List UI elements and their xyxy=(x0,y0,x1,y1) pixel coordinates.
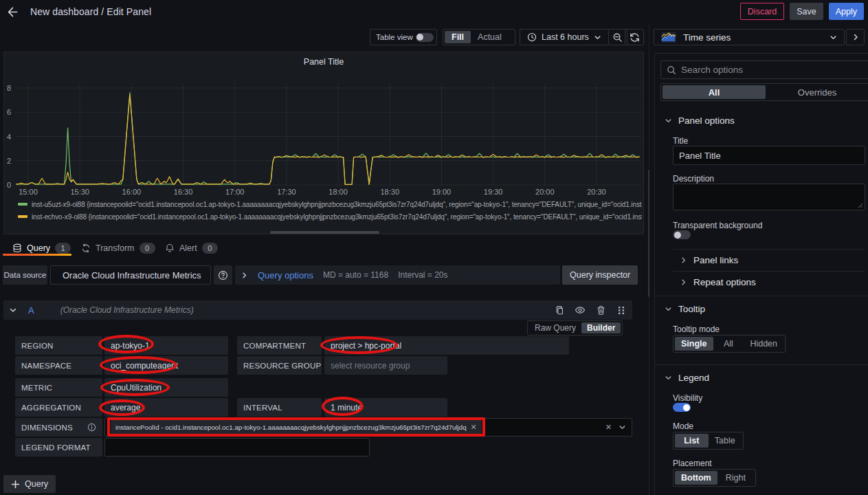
database-icon xyxy=(12,243,22,253)
visibility-label: Visibility xyxy=(673,393,702,403)
svg-text:15:00: 15:00 xyxy=(19,188,38,196)
collapse-options-button[interactable] xyxy=(846,29,865,45)
panel-links-section-header[interactable]: Panel links xyxy=(680,255,738,265)
legend-item[interactable]: inst-u5uzt-x9-ol88 {instancepoolid="ocid… xyxy=(18,198,642,210)
panel-options-section-header[interactable]: Panel options xyxy=(665,116,735,126)
query-inspector-button[interactable]: Query inspector xyxy=(562,265,638,285)
repeat-options-section-header[interactable]: Repeat options xyxy=(680,277,756,287)
time-range-label: Last 6 hours xyxy=(542,32,589,42)
options-search[interactable]: Search options xyxy=(660,60,868,79)
query-datasource-hint: (Oracle Cloud Infrastructure Metrics) xyxy=(60,305,194,315)
raw-query-option[interactable]: Raw Query xyxy=(529,322,581,333)
drag-dots-icon xyxy=(616,305,626,316)
options-filter-tabs: All Overrides xyxy=(660,83,868,101)
chevron-down-icon[interactable] xyxy=(619,424,626,431)
table-view-toggle[interactable] xyxy=(416,33,434,42)
resource-group-select[interactable]: select resource group xyxy=(324,356,447,375)
aggregation-label: AGGREGATION xyxy=(15,398,102,417)
svg-text:17:00: 17:00 xyxy=(225,188,245,196)
datasource-picker[interactable]: Oracle Cloud Infrastructure Metrics xyxy=(50,265,211,285)
hide-query-button[interactable] xyxy=(575,305,586,316)
svg-text:15:30: 15:30 xyxy=(70,188,89,196)
dimension-chip-remove-icon[interactable]: ✕ xyxy=(471,423,477,432)
legend-swatch-yellow xyxy=(18,215,27,218)
panel-links-heading: Panel links xyxy=(693,255,738,265)
namespace-select[interactable]: oci_computeagent xyxy=(104,356,228,375)
legend-mode-table-option[interactable]: Table xyxy=(709,434,742,448)
chevron-right-icon xyxy=(852,33,860,41)
tab-alert[interactable]: Alert 0 xyxy=(165,239,218,257)
placement-bottom-option[interactable]: Bottom xyxy=(675,471,717,485)
query-row-header[interactable]: A (Oracle Cloud Infrastructure Metrics) xyxy=(3,300,632,320)
interval-label: INTERVAL xyxy=(237,398,322,417)
query-options-md: MD = auto = 1168 xyxy=(323,270,388,280)
drag-handle[interactable] xyxy=(616,305,627,316)
dimensions-multiselect[interactable]: instancePoolId - ocid1.instancepool.oc1.… xyxy=(104,418,632,437)
tab-transform-count: 0 xyxy=(140,243,155,254)
resize-handle-icon[interactable] xyxy=(858,203,863,208)
query-options-link[interactable]: Query options xyxy=(258,270,313,280)
interval-select[interactable]: 1 minute xyxy=(324,398,447,417)
refresh-button[interactable] xyxy=(625,29,644,45)
add-query-button[interactable]: Query xyxy=(3,475,56,493)
legend-item[interactable]: inst-echvo-x9-ol88 {instancepoolid="ocid… xyxy=(18,210,642,223)
filter-all-option[interactable]: All xyxy=(663,85,766,99)
search-icon xyxy=(667,65,676,75)
resource-group-label: RESOURCE GROUP xyxy=(237,356,322,375)
back-button[interactable] xyxy=(4,3,21,21)
panel-title[interactable]: Panel Title xyxy=(4,57,643,67)
tab-transform[interactable]: Transform 0 xyxy=(81,239,155,257)
namespace-label: NAMESPACE xyxy=(15,356,102,375)
query-options-bar[interactable]: Query options MD = auto = 1168 Interval … xyxy=(235,265,560,285)
tooltip-section-header[interactable]: Tooltip xyxy=(665,304,705,314)
transparent-bg-toggle[interactable] xyxy=(673,230,691,239)
svg-text:19:30: 19:30 xyxy=(484,188,503,196)
legend-label: inst-u5uzt-x9-ol88 {instancepoolid="ocid… xyxy=(32,201,642,208)
tooltip-all-option[interactable]: All xyxy=(713,337,744,351)
visualization-picker[interactable]: Time series xyxy=(654,29,845,45)
legend-section-header[interactable]: Legend xyxy=(665,373,709,383)
options-search-placeholder: Search options xyxy=(681,65,743,75)
tooltip-single-option[interactable]: Single xyxy=(675,337,713,351)
query-options-interval: Interval = 20s xyxy=(398,270,447,280)
delete-query-button[interactable] xyxy=(595,305,606,316)
apply-button[interactable]: Apply xyxy=(829,3,864,20)
visibility-toggle[interactable] xyxy=(673,403,691,412)
discard-button[interactable]: Discard xyxy=(740,3,784,20)
dimension-chip-text: instancePoolId - ocid1.instancepool.oc1.… xyxy=(115,424,467,431)
legend-mode-list-option[interactable]: List xyxy=(675,434,709,448)
dimensions-clear-icon[interactable]: ✕ xyxy=(605,423,612,432)
time-range-button[interactable]: Last 6 hours xyxy=(520,29,608,45)
svg-text:20:30: 20:30 xyxy=(587,188,606,196)
tooltip-hidden-option[interactable]: Hidden xyxy=(744,337,783,351)
builder-option[interactable]: Builder xyxy=(581,322,621,333)
sidebar-resizer-handle[interactable] xyxy=(648,170,649,297)
legend-scrollbar[interactable] xyxy=(270,231,379,234)
add-query-label: Query xyxy=(25,479,48,489)
datasource-help-button[interactable] xyxy=(214,265,232,285)
tooltip-mode-label: Tooltip mode xyxy=(673,324,720,334)
aggregation-select[interactable]: average xyxy=(104,398,228,417)
metric-select[interactable]: CpuUtilization xyxy=(104,378,228,397)
svg-text:19:00: 19:00 xyxy=(432,188,452,196)
panel-title-input[interactable]: Panel Title xyxy=(673,146,865,165)
chart-legend: inst-u5uzt-x9-ol88 {instancepoolid="ocid… xyxy=(18,198,642,223)
grafana-edit-panel-screen: New dashboard / Edit Panel Discard Save … xyxy=(0,0,868,495)
save-button[interactable]: Save xyxy=(790,3,823,20)
actual-option[interactable]: Actual xyxy=(471,31,509,43)
legend-mode-group: List Table xyxy=(673,432,744,450)
region-select[interactable]: ap-tokyo-1 xyxy=(104,336,228,355)
description-label: Description xyxy=(673,174,714,184)
legend-format-input[interactable] xyxy=(104,438,370,456)
description-textarea[interactable] xyxy=(673,184,865,210)
placement-right-option[interactable]: Right xyxy=(717,471,754,485)
duplicate-query-button[interactable] xyxy=(554,305,565,316)
compartment-select[interactable]: project > hpc-portal xyxy=(324,336,569,355)
info-circle-icon xyxy=(87,423,96,432)
chevron-down-icon[interactable] xyxy=(9,306,17,314)
filter-overrides-option[interactable]: Overrides xyxy=(766,85,868,99)
table-view-label: Table view xyxy=(376,33,413,41)
fill-option[interactable]: Fill xyxy=(445,31,471,43)
arrow-left-icon xyxy=(7,6,19,18)
fill-actual-group: Fill Actual xyxy=(443,29,515,45)
